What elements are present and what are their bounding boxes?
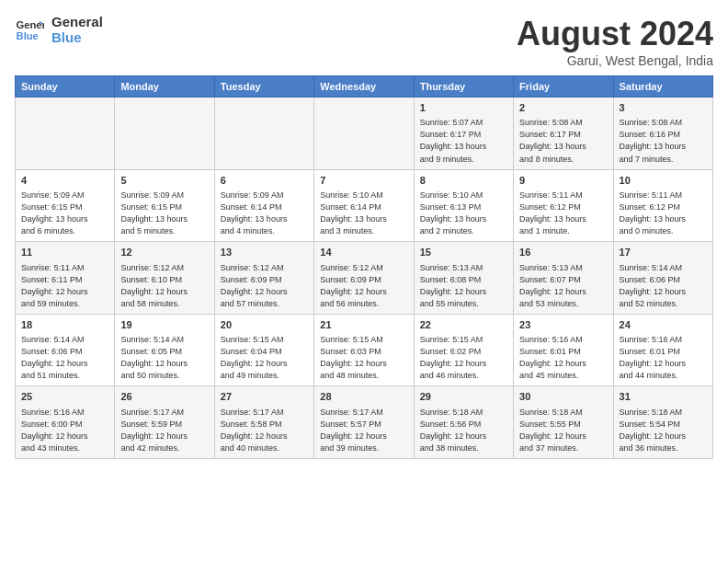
cell-info-line: Daylight: 13 hours xyxy=(420,214,487,224)
calendar-cell: 13Sunrise: 5:12 AMSunset: 6:09 PMDayligh… xyxy=(214,242,313,315)
cell-info-line: Sunset: 6:15 PM xyxy=(120,202,182,212)
cell-info-line: Sunset: 6:05 PM xyxy=(120,347,182,356)
calendar-cell: 15Sunrise: 5:13 AMSunset: 6:08 PMDayligh… xyxy=(414,242,513,315)
cell-info: Sunrise: 5:07 AMSunset: 6:17 PMDaylight:… xyxy=(420,117,507,165)
cell-info: Sunrise: 5:10 AMSunset: 6:14 PMDaylight:… xyxy=(320,190,407,237)
cell-info-line: Sunrise: 5:17 AM xyxy=(320,408,383,417)
cell-info-line: and 9 minutes. xyxy=(420,155,474,164)
calendar-cell: 7Sunrise: 5:10 AMSunset: 6:14 PMDaylight… xyxy=(314,169,414,242)
day-number: 31 xyxy=(620,390,707,404)
main-title: August 2024 xyxy=(517,15,713,53)
cell-info-line: Sunset: 6:06 PM xyxy=(21,347,83,356)
calendar-cell: 12Sunrise: 5:12 AMSunset: 6:10 PMDayligh… xyxy=(115,242,214,315)
cell-info: Sunrise: 5:16 AMSunset: 6:01 PMDaylight:… xyxy=(519,334,607,382)
cell-info: Sunrise: 5:09 AMSunset: 6:15 PMDaylight:… xyxy=(120,190,208,237)
calendar-cell: 18Sunrise: 5:14 AMSunset: 6:06 PMDayligh… xyxy=(16,314,115,386)
cell-info: Sunrise: 5:18 AMSunset: 5:54 PMDaylight:… xyxy=(620,407,707,454)
cell-info-line: and 52 minutes. xyxy=(620,299,678,308)
cell-info-line: and 45 minutes. xyxy=(519,371,578,380)
cell-info: Sunrise: 5:09 AMSunset: 6:15 PMDaylight:… xyxy=(21,190,108,237)
cell-info-line: and 39 minutes. xyxy=(320,443,379,453)
cell-info-line: Daylight: 12 hours xyxy=(21,359,88,368)
cell-info-line: Daylight: 13 hours xyxy=(320,214,387,224)
cell-info-line: Sunrise: 5:14 AM xyxy=(21,335,85,344)
cell-info-line: and 8 minutes. xyxy=(519,155,574,164)
day-number: 19 xyxy=(120,318,208,332)
logo-text-line2: Blue xyxy=(51,30,103,46)
day-number: 24 xyxy=(620,318,707,332)
calendar-cell: 30Sunrise: 5:18 AMSunset: 5:55 PMDayligh… xyxy=(514,386,613,459)
day-number: 26 xyxy=(120,390,208,404)
cell-info: Sunrise: 5:17 AMSunset: 5:59 PMDaylight:… xyxy=(120,407,208,454)
cell-info-line: Daylight: 12 hours xyxy=(221,431,288,441)
calendar-cell: 16Sunrise: 5:13 AMSunset: 6:07 PMDayligh… xyxy=(514,242,613,315)
col-header-tuesday: Tuesday xyxy=(214,76,313,98)
cell-info-line: and 50 minutes. xyxy=(120,371,179,380)
cell-info-line: Daylight: 12 hours xyxy=(519,359,586,368)
cell-info-line: Sunset: 6:12 PM xyxy=(620,202,681,212)
cell-info-line: Sunrise: 5:08 AM xyxy=(519,118,583,127)
cell-info-line: and 2 minutes. xyxy=(420,226,474,236)
cell-info-line: and 53 minutes. xyxy=(519,299,578,308)
calendar-cell: 21Sunrise: 5:15 AMSunset: 6:03 PMDayligh… xyxy=(314,314,414,386)
cell-info-line: Sunset: 6:15 PM xyxy=(21,202,83,212)
cell-info-line: Sunrise: 5:11 AM xyxy=(620,190,683,200)
calendar-cell: 24Sunrise: 5:16 AMSunset: 6:01 PMDayligh… xyxy=(613,314,712,386)
col-header-monday: Monday xyxy=(115,76,214,98)
cell-info-line: Sunrise: 5:13 AM xyxy=(519,263,583,272)
cell-info-line: Sunset: 6:17 PM xyxy=(519,130,581,139)
calendar-cell: 14Sunrise: 5:12 AMSunset: 6:09 PMDayligh… xyxy=(314,242,414,315)
cell-info: Sunrise: 5:17 AMSunset: 5:57 PMDaylight:… xyxy=(320,407,407,454)
cell-info: Sunrise: 5:17 AMSunset: 5:58 PMDaylight:… xyxy=(221,407,308,454)
cell-info-line: and 6 minutes. xyxy=(21,226,75,236)
cell-info-line: Sunrise: 5:09 AM xyxy=(120,190,184,200)
cell-info: Sunrise: 5:13 AMSunset: 6:08 PMDaylight:… xyxy=(420,262,507,310)
cell-info-line: and 38 minutes. xyxy=(420,443,479,453)
svg-text:General: General xyxy=(17,19,44,30)
cell-info-line: Sunset: 6:02 PM xyxy=(420,347,482,356)
day-number: 10 xyxy=(620,174,707,188)
cell-info: Sunrise: 5:08 AMSunset: 6:16 PMDaylight:… xyxy=(620,117,707,165)
day-number: 13 xyxy=(221,246,308,259)
cell-info-line: and 0 minutes. xyxy=(620,226,674,236)
calendar-cell xyxy=(115,98,214,170)
cell-info: Sunrise: 5:14 AMSunset: 6:06 PMDaylight:… xyxy=(21,334,108,382)
day-number: 23 xyxy=(519,318,607,332)
cell-info-line: Daylight: 12 hours xyxy=(620,359,687,368)
day-number: 15 xyxy=(420,246,507,259)
cell-info-line: Sunrise: 5:17 AM xyxy=(120,408,184,417)
cell-info-line: Sunrise: 5:08 AM xyxy=(620,118,683,127)
calendar-cell: 26Sunrise: 5:17 AMSunset: 5:59 PMDayligh… xyxy=(115,386,214,459)
cell-info-line: Sunset: 5:59 PM xyxy=(120,419,182,429)
cell-info-line: Sunset: 6:09 PM xyxy=(320,275,381,284)
col-header-thursday: Thursday xyxy=(414,76,513,98)
cell-info-line: and 49 minutes. xyxy=(221,371,279,380)
cell-info-line: Sunrise: 5:13 AM xyxy=(420,263,483,272)
calendar-cell: 10Sunrise: 5:11 AMSunset: 6:12 PMDayligh… xyxy=(613,169,712,242)
cell-info-line: and 55 minutes. xyxy=(420,299,479,308)
cell-info-line: Sunset: 6:01 PM xyxy=(620,347,681,356)
cell-info: Sunrise: 5:12 AMSunset: 6:10 PMDaylight:… xyxy=(120,262,208,310)
cell-info-line: Daylight: 12 hours xyxy=(120,359,188,368)
cell-info-line: Sunrise: 5:10 AM xyxy=(320,190,383,200)
cell-info: Sunrise: 5:14 AMSunset: 6:05 PMDaylight:… xyxy=(120,334,208,382)
calendar-cell: 9Sunrise: 5:11 AMSunset: 6:12 PMDaylight… xyxy=(514,169,613,242)
cell-info-line: Sunrise: 5:15 AM xyxy=(221,335,284,344)
cell-info-line: Daylight: 12 hours xyxy=(620,287,687,296)
cell-info-line: Daylight: 13 hours xyxy=(620,214,687,224)
cell-info-line: Daylight: 12 hours xyxy=(420,431,487,441)
col-header-wednesday: Wednesday xyxy=(314,76,414,98)
col-header-saturday: Saturday xyxy=(613,76,712,98)
calendar-cell: 4Sunrise: 5:09 AMSunset: 6:15 PMDaylight… xyxy=(16,169,115,242)
cell-info-line: Sunset: 6:13 PM xyxy=(420,202,482,212)
day-number: 1 xyxy=(420,101,507,115)
day-number: 27 xyxy=(221,390,308,404)
cell-info-line: Daylight: 12 hours xyxy=(21,431,88,441)
cell-info-line: Sunrise: 5:09 AM xyxy=(21,190,85,200)
cell-info-line: Sunrise: 5:18 AM xyxy=(519,408,583,417)
cell-info-line: Sunset: 6:07 PM xyxy=(519,275,581,284)
cell-info: Sunrise: 5:16 AMSunset: 6:01 PMDaylight:… xyxy=(620,334,707,382)
cell-info-line: Daylight: 13 hours xyxy=(120,214,188,224)
cell-info-line: Daylight: 13 hours xyxy=(519,214,586,224)
cell-info-line: Daylight: 12 hours xyxy=(519,431,586,441)
